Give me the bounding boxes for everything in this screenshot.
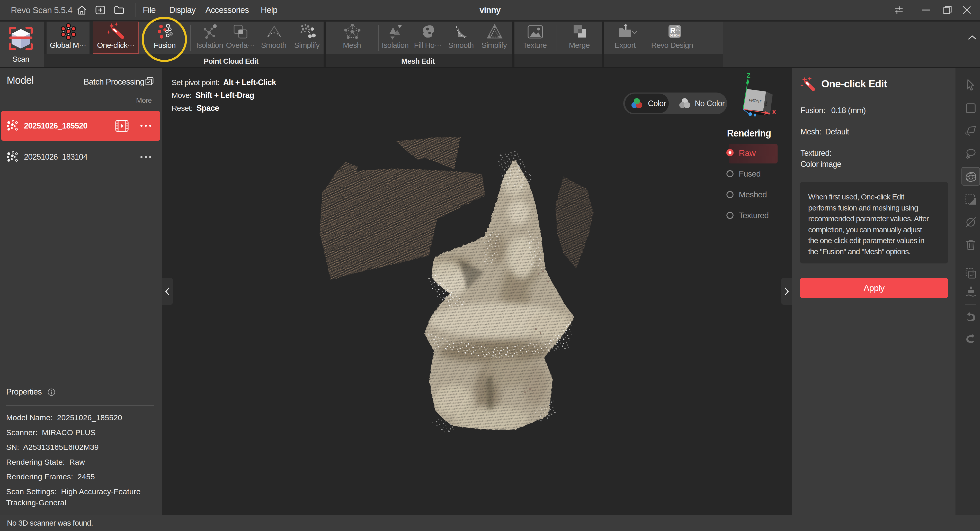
svg-text:Z: Z — [747, 73, 750, 79]
svg-text:DESIGN: DESIGN — [670, 34, 679, 37]
svg-text:X: X — [772, 108, 776, 116]
svg-text:R: R — [670, 26, 676, 35]
